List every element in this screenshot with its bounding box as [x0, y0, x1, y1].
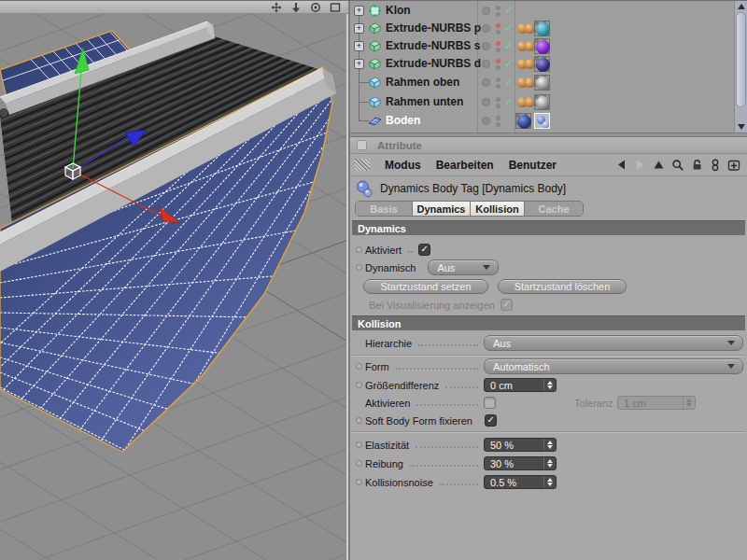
- kollisionsnoise-field[interactable]: 0.5 %: [484, 475, 557, 489]
- expand-icon[interactable]: +: [354, 23, 364, 34]
- keyframe-dot[interactable]: [356, 382, 362, 388]
- layer-dot[interactable]: [482, 117, 490, 125]
- keyframe-dot[interactable]: [356, 363, 362, 370]
- extrude-icon: [368, 21, 382, 35]
- object-row-rahmen-unten[interactable]: Rahmen unten ✓: [350, 93, 733, 111]
- viewport-3d[interactable]: [0, 1, 348, 560]
- link-icon[interactable]: [710, 159, 721, 172]
- form-dropdown[interactable]: Automatisch: [484, 358, 743, 374]
- chevron-down-icon: [483, 265, 490, 270]
- startzustand-loeschen-button[interactable]: Startzustand löschen: [498, 279, 627, 294]
- visibility-dots[interactable]: [496, 41, 500, 54]
- layer-dot[interactable]: [482, 7, 490, 15]
- elastizitaet-field[interactable]: 50 %: [484, 438, 557, 452]
- material-tag-navy[interactable]: [534, 56, 550, 72]
- startzustand-setzen-button[interactable]: Startzustand setzen: [363, 279, 488, 294]
- tab-basis[interactable]: Basis: [356, 202, 413, 216]
- drag-grip[interactable]: [355, 159, 370, 171]
- stepper-arrows[interactable]: [543, 439, 556, 451]
- viewport-titlebar[interactable]: [0, 1, 348, 14]
- keyframe-dot[interactable]: [356, 246, 362, 253]
- enabled-check-icon[interactable]: ✓: [502, 55, 515, 73]
- visibility-dots[interactable]: [496, 77, 500, 91]
- enabled-check-icon[interactable]: ✓: [502, 93, 515, 111]
- material-tag-teal[interactable]: [534, 21, 550, 36]
- object-row-extrude-d[interactable]: + Extrude-NURBS d ✓: [350, 55, 733, 73]
- tab-kollision[interactable]: Kollision: [471, 202, 525, 216]
- scroll-down-icon[interactable]: [738, 124, 745, 130]
- material-tag-silver[interactable]: [534, 94, 550, 110]
- row-groessendifferenz: Größendifferenz 0 cm: [356, 377, 557, 393]
- layer-dot[interactable]: [482, 78, 490, 87]
- maximize-icon[interactable]: [330, 2, 341, 13]
- dynamisch-dropdown[interactable]: Aus: [428, 259, 499, 275]
- orbit-icon[interactable]: [310, 2, 321, 13]
- material-tag-blue[interactable]: [515, 113, 531, 129]
- attribute-titlebar[interactable]: Attribute: [350, 137, 747, 154]
- extrude-icon: [368, 57, 382, 71]
- lock-icon[interactable]: [691, 159, 703, 171]
- hierarchie-dropdown[interactable]: Aus: [484, 335, 743, 351]
- object-row-klon[interactable]: + Klon ✓: [350, 2, 733, 20]
- back-icon[interactable]: [615, 159, 627, 171]
- up-icon[interactable]: [653, 159, 665, 171]
- aktiviert-checkbox[interactable]: [418, 244, 430, 256]
- keyframe-dot[interactable]: [356, 264, 362, 271]
- object-row-boden[interactable]: Boden: [350, 112, 733, 130]
- enabled-check-icon[interactable]: ✓: [502, 20, 515, 37]
- object-row-rahmen-oben[interactable]: Rahmen oben ✓: [350, 74, 733, 91]
- layer-dot[interactable]: [482, 98, 490, 106]
- stepper-arrows[interactable]: [543, 379, 556, 391]
- enabled-check-icon[interactable]: ✓: [502, 37, 515, 55]
- material-tag-purple[interactable]: [534, 38, 550, 54]
- layer-dot[interactable]: [482, 42, 490, 50]
- object-manager-scrollbar[interactable]: [734, 1, 747, 133]
- aktivieren-checkbox[interactable]: [484, 397, 496, 409]
- menu-benutzer[interactable]: Benutzer: [509, 159, 557, 172]
- translate-icon[interactable]: [271, 2, 282, 13]
- material-tag-silver[interactable]: [534, 75, 550, 91]
- scroll-up-icon[interactable]: [738, 4, 745, 9]
- expand-icon[interactable]: +: [354, 6, 364, 16]
- object-row-extrude-s[interactable]: + Extrude-NURBS s ✓: [350, 37, 733, 55]
- enabled-check-icon[interactable]: ✓: [502, 2, 515, 20]
- enabled-check-icon[interactable]: ✓: [502, 74, 515, 91]
- tab-cache[interactable]: Cache: [525, 202, 583, 216]
- menu-bearbeiten[interactable]: Bearbeiten: [436, 159, 494, 172]
- visibility-dots[interactable]: [496, 6, 500, 19]
- softbody-checkbox[interactable]: [485, 414, 497, 427]
- visualisierung-checkbox[interactable]: [500, 299, 513, 311]
- section-header-dynamics[interactable]: Dynamics: [352, 220, 745, 235]
- attribute-manager: Attribute Modus Bearbeiten Benutzer: [350, 137, 747, 560]
- search-icon[interactable]: [671, 159, 684, 172]
- object-row-extrude-p[interactable]: + Extrude-NURBS p ✓: [350, 20, 733, 37]
- keyframe-dot[interactable]: [356, 441, 362, 448]
- menu-modus[interactable]: Modus: [385, 159, 421, 172]
- stepper-arrows[interactable]: [543, 476, 556, 488]
- dynamics-body-tag-icon[interactable]: [534, 113, 550, 129]
- expand-icon[interactable]: +: [354, 59, 364, 69]
- stepper-arrows[interactable]: [543, 457, 556, 469]
- layer-dot[interactable]: [482, 60, 490, 68]
- section-header-kollision[interactable]: Kollision: [352, 315, 745, 330]
- pan-down-icon[interactable]: [290, 2, 302, 13]
- keyframe-dot[interactable]: [356, 479, 362, 485]
- keyframe-dot[interactable]: [356, 460, 362, 467]
- forward-icon[interactable]: [634, 159, 646, 171]
- visibility-dots[interactable]: [496, 23, 500, 36]
- origin-cube[interactable]: [65, 163, 80, 179]
- reibung-field[interactable]: 30 %: [484, 456, 557, 470]
- object-manager[interactable]: + Klon ✓ + Extrude-NURBS p: [350, 1, 747, 133]
- visibility-dots[interactable]: [496, 97, 500, 110]
- stepper-arrows: [683, 397, 695, 409]
- keyframe-dot[interactable]: [356, 417, 362, 424]
- add-panel-icon[interactable]: [727, 159, 740, 172]
- layer-dot[interactable]: [482, 24, 490, 33]
- groessendifferenz-field[interactable]: 0 cm: [484, 378, 557, 392]
- tab-dynamics[interactable]: Dynamics: [413, 202, 471, 216]
- visibility-dots[interactable]: [496, 59, 500, 72]
- viewport-canvas[interactable]: [0, 14, 348, 560]
- expand-icon[interactable]: +: [354, 41, 364, 51]
- visibility-dots[interactable]: [496, 116, 500, 129]
- scrollbar-thumb[interactable]: [736, 12, 746, 107]
